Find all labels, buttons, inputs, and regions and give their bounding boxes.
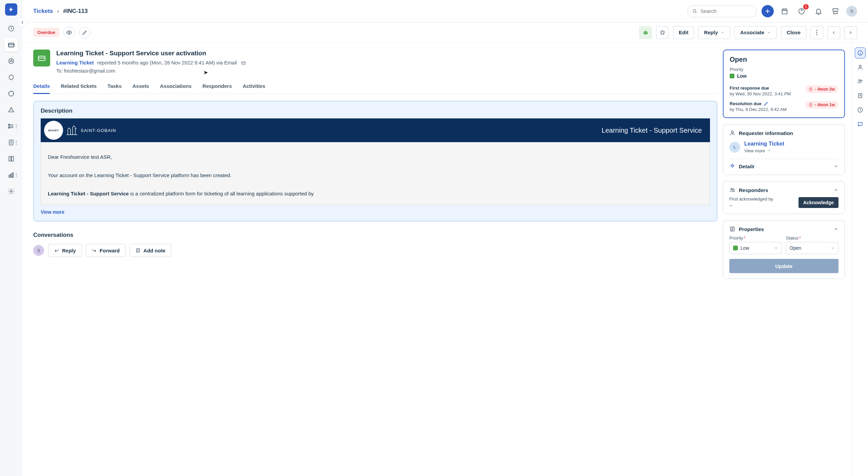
svg-point-19	[646, 32, 647, 33]
next-ticket-button[interactable]	[844, 26, 857, 39]
conversation-actions: S Reply Forward Add note	[33, 244, 717, 257]
nav-problems[interactable]	[4, 54, 18, 68]
tab-associations[interactable]: Associations	[160, 80, 192, 94]
priority-chip: Low	[730, 73, 747, 79]
status-select[interactable]: Open	[786, 242, 839, 254]
svg-point-3	[10, 61, 11, 62]
right-rail	[852, 43, 868, 476]
requester-name[interactable]: Learning Ticket	[744, 141, 784, 147]
tab-details[interactable]: Details	[33, 80, 50, 94]
sg-brand-text: SAINT-GOBAIN	[81, 128, 116, 133]
first-ack-value: --	[729, 203, 773, 208]
nav-admin[interactable]	[4, 185, 18, 198]
properties-card: Properties Priority* Low Status* Open	[723, 220, 845, 279]
rail-time-button[interactable]	[855, 104, 866, 115]
nav-solutions[interactable]	[4, 152, 18, 166]
app-logo[interactable]	[5, 3, 17, 16]
left-sidebar: ⋮ ⋮ ⋮	[0, 0, 22, 476]
marketplace-icon[interactable]	[829, 5, 842, 17]
email-bold-lead: Learning Ticket - Support Service	[48, 191, 129, 196]
help-icon[interactable]: 1	[795, 5, 808, 17]
svg-rect-36	[858, 94, 862, 98]
action-bar: Overdue Edit Reply Associate Close	[22, 22, 868, 43]
view-more-description[interactable]: View more	[41, 209, 64, 215]
status-card: Open Priority Low First response due by …	[723, 50, 845, 118]
rail-notes-button[interactable]	[855, 90, 866, 101]
main-content: Learning Ticket - Support Service user a…	[22, 43, 723, 476]
chevron-up-icon[interactable]	[834, 188, 839, 192]
svg-point-2	[11, 60, 12, 60]
breadcrumb-root[interactable]: Tickets	[33, 8, 53, 15]
calendar-icon[interactable]	[778, 5, 791, 17]
user-avatar[interactable]: S	[846, 6, 857, 17]
svg-point-22	[816, 34, 817, 35]
pencil-icon[interactable]	[764, 101, 768, 106]
to-label: To:	[56, 68, 63, 74]
star-button[interactable]	[656, 26, 669, 39]
tab-responders[interactable]: Responders	[202, 80, 232, 94]
close-button[interactable]: Close	[781, 26, 806, 39]
reply-button[interactable]: Reply	[698, 26, 730, 39]
svg-point-21	[816, 32, 817, 33]
requester-avatar: L	[729, 142, 740, 153]
prev-ticket-button[interactable]	[827, 26, 840, 39]
edit-icon-button[interactable]	[79, 27, 91, 38]
svg-rect-10	[11, 174, 12, 177]
overdue-chip: Overdue	[33, 28, 59, 37]
nav-dashboard[interactable]	[4, 22, 18, 35]
svg-rect-1	[8, 43, 14, 47]
conv-forward-button[interactable]: Forward	[86, 244, 125, 257]
search-input-wrapper[interactable]	[687, 5, 757, 17]
nav-assets[interactable]: ⋮	[4, 119, 18, 133]
email-line2-tail: is a centralized platform form for ticke…	[129, 191, 314, 196]
sidebar-expand-button[interactable]	[18, 18, 27, 27]
watch-button[interactable]	[63, 27, 75, 38]
conv-reply-button[interactable]: Reply	[48, 244, 82, 257]
freddy-button[interactable]	[639, 26, 652, 39]
svg-point-4	[12, 61, 13, 62]
nav-reports[interactable]: ⋮	[4, 168, 18, 182]
rail-info-button[interactable]	[855, 47, 866, 58]
chevron-up-icon[interactable]	[834, 227, 839, 231]
tab-related-tickets[interactable]: Related tickets	[61, 80, 97, 94]
nav-tickets[interactable]	[4, 38, 18, 52]
notifications-icon[interactable]	[812, 5, 825, 17]
prop-status-label: Status	[786, 235, 798, 241]
first-ack-label: First acknowledged by	[729, 196, 773, 202]
svg-point-33	[859, 65, 861, 67]
conv-add-note-button[interactable]: Add note	[130, 244, 171, 257]
tab-assets[interactable]: Assets	[133, 80, 149, 94]
nav-changes[interactable]	[4, 71, 18, 84]
requester-link[interactable]: Learning Ticket	[56, 60, 94, 65]
svg-rect-17	[644, 31, 648, 34]
tab-activities[interactable]: Activities	[243, 80, 265, 94]
acknowledge-button[interactable]: Acknowledge	[798, 197, 839, 208]
update-button[interactable]: Update	[729, 259, 839, 273]
svg-point-18	[644, 32, 645, 33]
tab-tasks[interactable]: Tasks	[107, 80, 121, 94]
requester-view-more[interactable]: View more	[744, 148, 771, 153]
sg-skyline-icon	[66, 125, 78, 135]
nav-alerts[interactable]	[4, 103, 18, 117]
nav-releases[interactable]	[4, 87, 18, 100]
detail-row[interactable]: Detailr	[729, 159, 839, 169]
svg-point-13	[693, 9, 696, 12]
conversations-heading: Conversations	[33, 232, 717, 239]
priority-select[interactable]: Low	[729, 242, 782, 254]
rail-contact-button[interactable]	[855, 62, 866, 73]
detail-heading: Detailr	[739, 164, 755, 169]
svg-rect-9	[9, 175, 10, 177]
svg-rect-7	[8, 127, 9, 128]
email-banner: BOOST! SAINT-GOBAIN Learning Ticket - Su…	[41, 118, 710, 142]
more-actions-button[interactable]	[810, 26, 823, 39]
new-button[interactable]	[762, 5, 774, 17]
rail-chat-button[interactable]	[855, 119, 866, 130]
first-response-label: First response due	[730, 85, 791, 91]
rail-group-button[interactable]	[855, 76, 866, 87]
ticket-header: Learning Ticket - Support Service user a…	[33, 50, 717, 74]
associate-button[interactable]: Associate	[734, 26, 777, 39]
svg-rect-14	[782, 9, 787, 14]
nav-contracts[interactable]: ⋮	[4, 136, 18, 149]
edit-button[interactable]: Edit	[673, 26, 694, 39]
search-input[interactable]	[701, 8, 752, 14]
